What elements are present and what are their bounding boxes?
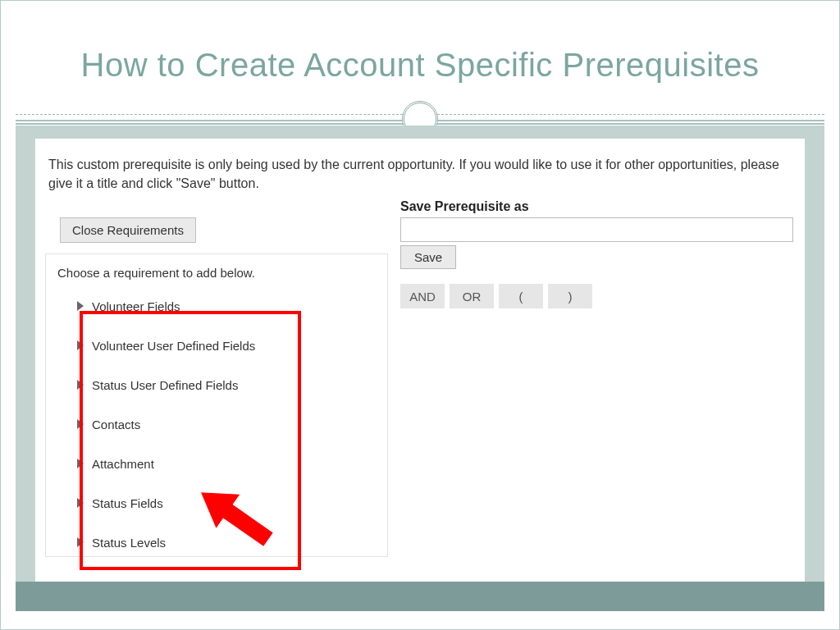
req-item-label: Status Fields — [92, 496, 163, 510]
logic-operators-row: AND OR ( ) — [400, 284, 793, 308]
chevron-right-icon — [77, 537, 84, 547]
requirements-list: Volunteer Fields Volunteer User Defined … — [57, 286, 376, 562]
chevron-right-icon — [77, 459, 84, 468]
requirements-heading: Choose a requirement to add below. — [57, 266, 376, 280]
req-item-volunteer-udf[interactable]: Volunteer User Defined Fields — [77, 326, 376, 365]
req-item-label: Volunteer Fields — [92, 299, 180, 313]
instruction-text: This custom prerequisite is only being u… — [48, 155, 790, 193]
chevron-right-icon — [77, 301, 84, 311]
save-as-input[interactable] — [400, 217, 793, 242]
req-item-label: Attachment — [92, 457, 154, 471]
req-item-status-levels[interactable]: Status Levels — [77, 523, 376, 562]
save-as-label: Save Prerequisite as — [400, 199, 793, 214]
req-item-status-fields[interactable]: Status Fields — [77, 483, 376, 523]
page-title: How to Create Account Specific Prerequis… — [66, 47, 774, 84]
save-column: Save Prerequisite as Save AND OR ( ) — [400, 199, 793, 308]
logic-close-paren-button[interactable]: ) — [548, 284, 592, 308]
logic-and-button[interactable]: AND — [400, 284, 445, 308]
chevron-right-icon — [77, 340, 84, 350]
slide: How to Create Account Specific Prerequis… — [0, 0, 840, 630]
req-item-attachment[interactable]: Attachment — [77, 444, 376, 483]
req-item-contacts[interactable]: Contacts — [77, 404, 376, 444]
save-button[interactable]: Save — [400, 245, 456, 269]
req-item-label: Status User Defined Fields — [92, 378, 238, 392]
req-item-label: Contacts — [92, 418, 140, 431]
chevron-right-icon — [77, 380, 84, 390]
logic-open-paren-button[interactable]: ( — [499, 284, 543, 308]
req-item-label: Volunteer User Defined Fields — [92, 339, 255, 353]
requirements-panel: Choose a requirement to add below. Volun… — [45, 253, 388, 557]
req-item-label: Status Levels — [92, 536, 166, 550]
req-item-volunteer-fields[interactable]: Volunteer Fields — [77, 286, 376, 326]
req-item-status-udf[interactable]: Status User Defined Fields — [77, 365, 376, 404]
content-card: This custom prerequisite is only being u… — [35, 139, 805, 582]
chevron-right-icon — [77, 498, 84, 508]
close-requirements-button[interactable]: Close Requirements — [60, 217, 196, 243]
logic-or-button[interactable]: OR — [450, 284, 494, 308]
footer-bar — [16, 582, 824, 611]
chevron-right-icon — [77, 419, 84, 429]
